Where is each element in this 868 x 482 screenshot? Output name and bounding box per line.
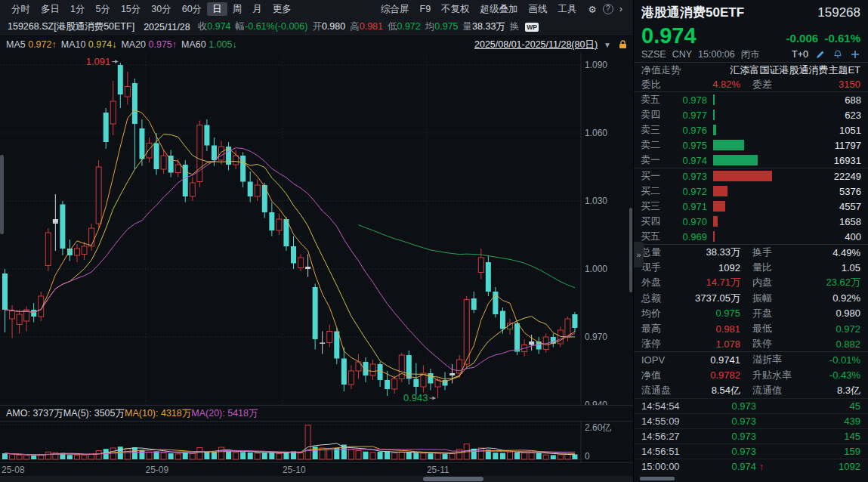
period-tab-日[interactable]: 日: [207, 2, 227, 16]
sell-level-label: 卖一: [641, 153, 668, 167]
sell-order-row[interactable]: 卖五0.978688: [634, 92, 868, 107]
wp-badge[interactable]: WP: [525, 23, 539, 32]
period-tab-月[interactable]: 月: [247, 2, 267, 16]
tick-row: 14:56:270.973145: [634, 428, 868, 443]
candlestick-chart[interactable]: 1.0901.0601.0301.0000.9700.9401.0910.943: [0, 53, 629, 405]
panel-collapse-handle[interactable]: »: [634, 242, 644, 267]
sell-level-label: 卖二: [641, 138, 668, 152]
symbol-label: 159268.SZ[港股通消费50ETF]: [8, 20, 134, 33]
sell-level-label: 卖五: [641, 93, 668, 107]
chart-vertical-scrollbar[interactable]: [629, 208, 632, 292]
buy-order-row[interactable]: 买一0.97322249: [634, 168, 868, 184]
settings-gear-icon[interactable]: ⚙: [584, 2, 601, 17]
buy-order-book: 买一0.97322249买二0.9725376买三0.9714557买四0.97…: [634, 168, 868, 244]
period-tab-更多[interactable]: 更多: [267, 2, 297, 16]
toolbar-item-画线[interactable]: 画线: [524, 2, 553, 16]
period-tab-1分[interactable]: 1分: [65, 2, 90, 16]
amo-item: MA(20): 5418万: [191, 408, 258, 419]
date-range-selector[interactable]: 2025/08/01-2025/11/28(80日): [474, 39, 598, 51]
horizontal-scrollbar-thumb[interactable]: [423, 477, 483, 481]
period-tab-周[interactable]: 周: [227, 2, 248, 16]
nav-row[interactable]: 净值走势 汇添富国证港股通消费主题ET: [634, 63, 868, 77]
buy-order-row[interactable]: 买三0.9714557: [634, 199, 868, 214]
period-tab-15分[interactable]: 15分: [116, 2, 146, 16]
period-tab-60分[interactable]: 60分: [177, 2, 207, 16]
tick-volume: 159: [767, 446, 860, 457]
edit-pencil-icon[interactable]: [814, 49, 826, 60]
toolbar-item-超级叠加[interactable]: 超级叠加: [475, 2, 524, 16]
lock-icon[interactable]: [619, 40, 627, 49]
sell-level-label: 卖三: [641, 123, 668, 137]
last-price: 0.974: [641, 24, 697, 47]
stat-label: 总额: [641, 292, 676, 305]
toolbar-item-F9[interactable]: F9: [415, 2, 437, 16]
period-tab-30分[interactable]: 30分: [146, 2, 176, 16]
period-tab-分时[interactable]: 分时: [6, 2, 36, 16]
sell-order-row[interactable]: 卖四0.977623: [634, 107, 868, 122]
market-status: 闭市: [741, 48, 760, 61]
stat-value: 8.3亿: [796, 384, 860, 397]
sell-order-row[interactable]: 卖三0.9761051: [634, 122, 868, 137]
volume-chart[interactable]: 2.60亿0: [0, 422, 629, 462]
amo-value: 4318万: [161, 408, 191, 419]
exchange-label: SZSE: [641, 49, 666, 60]
tick-price: 0.974: [700, 461, 756, 472]
quote-field-value: 0.980: [322, 21, 345, 32]
quote-fields: 收0.974幅-0.61%(-0.006)开0.980高0.981低0.972均…: [193, 20, 520, 33]
quote-field-label: 收: [198, 21, 208, 32]
chart-left-scrollbar[interactable]: [0, 155, 4, 234]
quote-field-label: 低: [388, 21, 397, 32]
stat-label: 开盘: [752, 307, 796, 320]
toolbar-item-综合屏[interactable]: 综合屏: [375, 2, 415, 16]
x-axis-label: 25-11: [427, 465, 449, 475]
sell-order-row[interactable]: 卖二0.97511797: [634, 137, 868, 153]
stat-value: 0.981: [676, 323, 740, 335]
buy-order-row[interactable]: 买五0.969400: [634, 229, 868, 244]
tick-volume: 1092: [767, 461, 860, 472]
amo-label: MA(5):: [63, 408, 94, 419]
panel-scrollbar-thumb[interactable]: [640, 477, 675, 480]
stat-value: 1.05: [796, 262, 860, 273]
period-tab-5分[interactable]: 5分: [90, 2, 115, 16]
ma-values: MA5 0.972↑MA10 0.974↓MA20 0.975↑MA60 1.0…: [6, 39, 242, 50]
trading-app-window: 分时多日1分5分15分30分60分日周月更多 综合屏F9不复权超级叠加画线工具 …: [0, 0, 868, 482]
buy-quantity: 400: [822, 231, 861, 243]
chevron-down-icon[interactable]: ▼: [604, 41, 611, 49]
sell-order-row[interactable]: 卖一0.97416931: [634, 153, 868, 168]
quote-date: 2025/11/28: [144, 22, 190, 32]
tick-row: 15:00:000.974↑1092: [634, 459, 868, 474]
amo-label: AMO:: [6, 408, 32, 419]
quote-field-label: 换: [510, 21, 520, 32]
chevron-right-icon[interactable]: ›: [615, 2, 627, 16]
tick-row: 14:54:540.97345: [634, 398, 868, 413]
t0-badge: T+0: [792, 49, 808, 60]
buy-order-row[interactable]: 买二0.9725376: [634, 184, 868, 199]
alert-bell-icon[interactable]: [832, 49, 843, 60]
toolbar-item-不复权[interactable]: 不复权: [436, 2, 475, 16]
stat-label: 振幅: [752, 292, 796, 305]
svg-text:0: 0: [585, 451, 590, 462]
horizontal-scrollbar[interactable]: [0, 476, 633, 482]
buy-quantity: 4557: [822, 201, 861, 212]
stat-value: 1.078: [676, 338, 740, 350]
amo-indicator-bar: AMO: 3737万MA(5): 3505万MA(10): 4318万MA(20…: [0, 405, 633, 422]
stat-row: 最高0.981最低0.972: [634, 321, 868, 336]
stat-value: 0.9741: [676, 354, 740, 366]
sell-quantity: 11797: [822, 140, 861, 151]
help-icon[interactable]: ?: [603, 4, 613, 14]
tick-list[interactable]: 14:54:540.9734514:55:090.97343914:56:270…: [634, 398, 868, 474]
stat-value: 4.49%: [796, 247, 860, 258]
stat-label: 净值: [641, 369, 676, 382]
toolbar-item-工具[interactable]: 工具: [553, 2, 582, 16]
sell-price: 0.974: [668, 155, 707, 166]
add-plus-icon[interactable]: [849, 49, 860, 60]
sell-quantity: 688: [822, 94, 861, 106]
sell-price: 0.976: [668, 125, 707, 136]
ma-label: MA10: [61, 39, 88, 50]
weicha-value: 3150: [796, 79, 860, 90]
stat-row: IOPV0.9741溢折率-0.01%: [634, 352, 868, 367]
period-tab-多日[interactable]: 多日: [36, 2, 65, 16]
chart-panel: 分时多日1分5分15分30分60分日周月更多 综合屏F9不复权超级叠加画线工具 …: [0, 0, 633, 482]
depth-bar-zone: [713, 110, 817, 120]
buy-order-row[interactable]: 买四0.9701658: [634, 214, 868, 229]
